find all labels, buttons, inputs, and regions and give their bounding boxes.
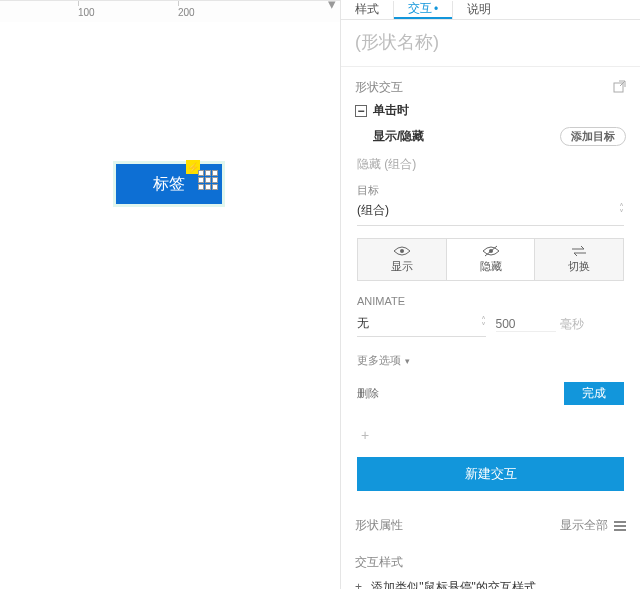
done-button[interactable]: 完成	[564, 382, 624, 405]
menu-icon	[614, 521, 626, 531]
plus-icon: +	[357, 425, 373, 445]
resize-handle-grid[interactable]	[198, 170, 218, 190]
add-interaction-style[interactable]: + 添加类似"鼠标悬停"的交互样式	[341, 575, 640, 589]
horizontal-ruler: 100 200	[0, 7, 340, 23]
svg-point-1	[400, 249, 404, 253]
external-icon[interactable]	[613, 80, 626, 96]
plus-icon: +	[355, 580, 362, 589]
chevron-updown-icon: ˄˅	[481, 318, 486, 330]
event-onclick-row[interactable]: − 单击时	[341, 98, 640, 123]
show-all-toggle[interactable]: 显示全部	[560, 517, 626, 534]
duration-field[interactable]: 毫秒	[496, 311, 625, 337]
ruler-area: ▾ 100 200	[0, 0, 340, 22]
seg-show[interactable]: 显示	[358, 239, 447, 280]
more-options-toggle[interactable]: 更多选项▾	[341, 343, 640, 374]
panel-tabs: 样式 交互• 说明	[341, 0, 640, 20]
shape-interaction-label: 形状交互	[355, 79, 403, 96]
canvas-pane[interactable]: ▾ 100 200 标签 ⚡	[0, 0, 340, 589]
animate-value: 无	[357, 315, 369, 332]
animate-select[interactable]: 无 ˄˅	[357, 311, 486, 337]
tab-style[interactable]: 样式	[341, 0, 393, 19]
interaction-style-label: 交互样式	[341, 548, 640, 575]
shape-name-input[interactable]: (形状名称)	[341, 20, 640, 67]
target-select[interactable]: (组合) ˄˅	[357, 198, 624, 226]
selected-shape[interactable]: 标签 ⚡	[113, 161, 225, 207]
animate-label: ANIMATE	[357, 295, 624, 307]
target-label: 目标	[357, 183, 624, 198]
action-subtitle: 隐藏 (组合)	[341, 150, 640, 175]
shape-props-label: 形状属性	[355, 517, 403, 534]
tab-interaction[interactable]: 交互•	[394, 0, 452, 19]
chevron-updown-icon: ˄˅	[619, 205, 624, 217]
duration-input[interactable]	[496, 317, 556, 332]
action-show-hide-row[interactable]: 显示/隐藏 添加目标	[341, 123, 640, 150]
properties-panel: 样式 交互• 说明 (形状名称) 形状交互 − 单击时 显示/隐藏 添加目标 隐…	[340, 0, 640, 589]
tab-notes[interactable]: 说明	[453, 0, 505, 19]
add-interaction-row[interactable]: +	[341, 415, 640, 451]
target-value: (组合)	[357, 202, 389, 219]
event-onclick-label: 单击时	[373, 102, 409, 119]
canvas-body[interactable]: 标签 ⚡	[0, 22, 340, 589]
new-interaction-button[interactable]: 新建交互	[357, 457, 624, 491]
add-target-button[interactable]: 添加目标	[560, 127, 626, 146]
shape-label: 标签	[153, 174, 185, 195]
seg-toggle[interactable]: 切换	[535, 239, 623, 280]
visibility-segment: 显示 隐藏 切换	[357, 238, 624, 281]
action-label: 显示/隐藏	[373, 128, 424, 145]
delete-action-link[interactable]: 删除	[357, 386, 379, 401]
duration-unit: 毫秒	[560, 316, 584, 333]
ruler-tick-200: 200	[178, 7, 195, 18]
ruler-tick-100: 100	[78, 7, 95, 18]
seg-hide[interactable]: 隐藏	[447, 239, 536, 280]
collapse-box-icon[interactable]: −	[355, 105, 367, 117]
add-style-link[interactable]: 添加类似"鼠标悬停"的交互样式	[371, 580, 536, 589]
